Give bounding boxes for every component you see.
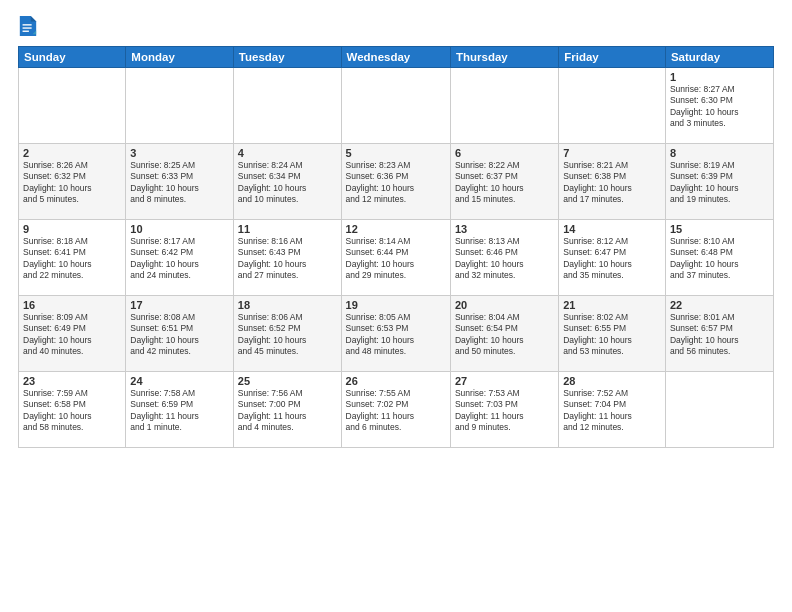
table-row bbox=[559, 68, 666, 144]
table-row: 24Sunrise: 7:58 AM Sunset: 6:59 PM Dayli… bbox=[126, 372, 234, 448]
svg-rect-3 bbox=[23, 27, 32, 28]
day-number: 2 bbox=[23, 147, 121, 159]
day-info: Sunrise: 8:12 AM Sunset: 6:47 PM Dayligh… bbox=[563, 236, 661, 282]
day-number: 14 bbox=[563, 223, 661, 235]
table-row: 28Sunrise: 7:52 AM Sunset: 7:04 PM Dayli… bbox=[559, 372, 666, 448]
day-info: Sunrise: 8:09 AM Sunset: 6:49 PM Dayligh… bbox=[23, 312, 121, 358]
table-row: 1Sunrise: 8:27 AM Sunset: 6:30 PM Daylig… bbox=[665, 68, 773, 144]
table-row bbox=[126, 68, 234, 144]
day-info: Sunrise: 8:26 AM Sunset: 6:32 PM Dayligh… bbox=[23, 160, 121, 206]
day-number: 8 bbox=[670, 147, 769, 159]
day-info: Sunrise: 7:52 AM Sunset: 7:04 PM Dayligh… bbox=[563, 388, 661, 434]
table-row: 2Sunrise: 8:26 AM Sunset: 6:32 PM Daylig… bbox=[19, 144, 126, 220]
table-row: 15Sunrise: 8:10 AM Sunset: 6:48 PM Dayli… bbox=[665, 220, 773, 296]
table-row: 20Sunrise: 8:04 AM Sunset: 6:54 PM Dayli… bbox=[450, 296, 558, 372]
day-number: 3 bbox=[130, 147, 229, 159]
day-info: Sunrise: 7:53 AM Sunset: 7:03 PM Dayligh… bbox=[455, 388, 554, 434]
day-info: Sunrise: 8:06 AM Sunset: 6:52 PM Dayligh… bbox=[238, 312, 337, 358]
day-number: 16 bbox=[23, 299, 121, 311]
table-row bbox=[450, 68, 558, 144]
table-row: 14Sunrise: 8:12 AM Sunset: 6:47 PM Dayli… bbox=[559, 220, 666, 296]
table-row: 19Sunrise: 8:05 AM Sunset: 6:53 PM Dayli… bbox=[341, 296, 450, 372]
day-number: 21 bbox=[563, 299, 661, 311]
logo-icon bbox=[18, 12, 38, 40]
day-number: 12 bbox=[346, 223, 446, 235]
day-info: Sunrise: 8:25 AM Sunset: 6:33 PM Dayligh… bbox=[130, 160, 229, 206]
logo bbox=[18, 16, 38, 40]
col-monday: Monday bbox=[126, 47, 234, 68]
col-tuesday: Tuesday bbox=[233, 47, 341, 68]
table-row: 9Sunrise: 8:18 AM Sunset: 6:41 PM Daylig… bbox=[19, 220, 126, 296]
day-info: Sunrise: 8:13 AM Sunset: 6:46 PM Dayligh… bbox=[455, 236, 554, 282]
table-row: 6Sunrise: 8:22 AM Sunset: 6:37 PM Daylig… bbox=[450, 144, 558, 220]
table-row bbox=[233, 68, 341, 144]
day-info: Sunrise: 8:18 AM Sunset: 6:41 PM Dayligh… bbox=[23, 236, 121, 282]
table-row: 3Sunrise: 8:25 AM Sunset: 6:33 PM Daylig… bbox=[126, 144, 234, 220]
col-saturday: Saturday bbox=[665, 47, 773, 68]
day-info: Sunrise: 8:05 AM Sunset: 6:53 PM Dayligh… bbox=[346, 312, 446, 358]
table-row bbox=[19, 68, 126, 144]
table-row: 22Sunrise: 8:01 AM Sunset: 6:57 PM Dayli… bbox=[665, 296, 773, 372]
table-row: 10Sunrise: 8:17 AM Sunset: 6:42 PM Dayli… bbox=[126, 220, 234, 296]
day-number: 22 bbox=[670, 299, 769, 311]
day-number: 28 bbox=[563, 375, 661, 387]
day-info: Sunrise: 7:55 AM Sunset: 7:02 PM Dayligh… bbox=[346, 388, 446, 434]
table-row: 17Sunrise: 8:08 AM Sunset: 6:51 PM Dayli… bbox=[126, 296, 234, 372]
day-info: Sunrise: 8:01 AM Sunset: 6:57 PM Dayligh… bbox=[670, 312, 769, 358]
day-info: Sunrise: 8:19 AM Sunset: 6:39 PM Dayligh… bbox=[670, 160, 769, 206]
day-number: 10 bbox=[130, 223, 229, 235]
table-row: 16Sunrise: 8:09 AM Sunset: 6:49 PM Dayli… bbox=[19, 296, 126, 372]
table-row bbox=[665, 372, 773, 448]
day-info: Sunrise: 8:21 AM Sunset: 6:38 PM Dayligh… bbox=[563, 160, 661, 206]
day-info: Sunrise: 7:58 AM Sunset: 6:59 PM Dayligh… bbox=[130, 388, 229, 434]
col-sunday: Sunday bbox=[19, 47, 126, 68]
table-row: 18Sunrise: 8:06 AM Sunset: 6:52 PM Dayli… bbox=[233, 296, 341, 372]
day-number: 11 bbox=[238, 223, 337, 235]
day-number: 7 bbox=[563, 147, 661, 159]
day-number: 27 bbox=[455, 375, 554, 387]
day-info: Sunrise: 8:14 AM Sunset: 6:44 PM Dayligh… bbox=[346, 236, 446, 282]
col-wednesday: Wednesday bbox=[341, 47, 450, 68]
day-number: 25 bbox=[238, 375, 337, 387]
day-number: 6 bbox=[455, 147, 554, 159]
day-number: 1 bbox=[670, 71, 769, 83]
day-number: 4 bbox=[238, 147, 337, 159]
table-row: 11Sunrise: 8:16 AM Sunset: 6:43 PM Dayli… bbox=[233, 220, 341, 296]
table-row: 12Sunrise: 8:14 AM Sunset: 6:44 PM Dayli… bbox=[341, 220, 450, 296]
table-row: 25Sunrise: 7:56 AM Sunset: 7:00 PM Dayli… bbox=[233, 372, 341, 448]
day-number: 9 bbox=[23, 223, 121, 235]
day-number: 17 bbox=[130, 299, 229, 311]
day-number: 24 bbox=[130, 375, 229, 387]
day-number: 13 bbox=[455, 223, 554, 235]
day-info: Sunrise: 8:02 AM Sunset: 6:55 PM Dayligh… bbox=[563, 312, 661, 358]
col-thursday: Thursday bbox=[450, 47, 558, 68]
day-info: Sunrise: 8:23 AM Sunset: 6:36 PM Dayligh… bbox=[346, 160, 446, 206]
table-row: 13Sunrise: 8:13 AM Sunset: 6:46 PM Dayli… bbox=[450, 220, 558, 296]
day-info: Sunrise: 8:08 AM Sunset: 6:51 PM Dayligh… bbox=[130, 312, 229, 358]
svg-rect-2 bbox=[23, 24, 32, 25]
table-row: 8Sunrise: 8:19 AM Sunset: 6:39 PM Daylig… bbox=[665, 144, 773, 220]
day-number: 19 bbox=[346, 299, 446, 311]
svg-marker-1 bbox=[31, 16, 36, 21]
table-row: 23Sunrise: 7:59 AM Sunset: 6:58 PM Dayli… bbox=[19, 372, 126, 448]
day-info: Sunrise: 8:24 AM Sunset: 6:34 PM Dayligh… bbox=[238, 160, 337, 206]
table-row: 27Sunrise: 7:53 AM Sunset: 7:03 PM Dayli… bbox=[450, 372, 558, 448]
calendar-table: Sunday Monday Tuesday Wednesday Thursday… bbox=[18, 46, 774, 448]
table-row: 21Sunrise: 8:02 AM Sunset: 6:55 PM Dayli… bbox=[559, 296, 666, 372]
table-row: 26Sunrise: 7:55 AM Sunset: 7:02 PM Dayli… bbox=[341, 372, 450, 448]
day-info: Sunrise: 8:17 AM Sunset: 6:42 PM Dayligh… bbox=[130, 236, 229, 282]
day-number: 18 bbox=[238, 299, 337, 311]
col-friday: Friday bbox=[559, 47, 666, 68]
day-info: Sunrise: 8:22 AM Sunset: 6:37 PM Dayligh… bbox=[455, 160, 554, 206]
svg-rect-4 bbox=[23, 31, 29, 32]
day-number: 5 bbox=[346, 147, 446, 159]
table-row bbox=[341, 68, 450, 144]
table-row: 4Sunrise: 8:24 AM Sunset: 6:34 PM Daylig… bbox=[233, 144, 341, 220]
day-info: Sunrise: 7:56 AM Sunset: 7:00 PM Dayligh… bbox=[238, 388, 337, 434]
day-number: 23 bbox=[23, 375, 121, 387]
day-number: 26 bbox=[346, 375, 446, 387]
day-number: 20 bbox=[455, 299, 554, 311]
table-row: 5Sunrise: 8:23 AM Sunset: 6:36 PM Daylig… bbox=[341, 144, 450, 220]
day-info: Sunrise: 8:27 AM Sunset: 6:30 PM Dayligh… bbox=[670, 84, 769, 130]
day-info: Sunrise: 8:10 AM Sunset: 6:48 PM Dayligh… bbox=[670, 236, 769, 282]
